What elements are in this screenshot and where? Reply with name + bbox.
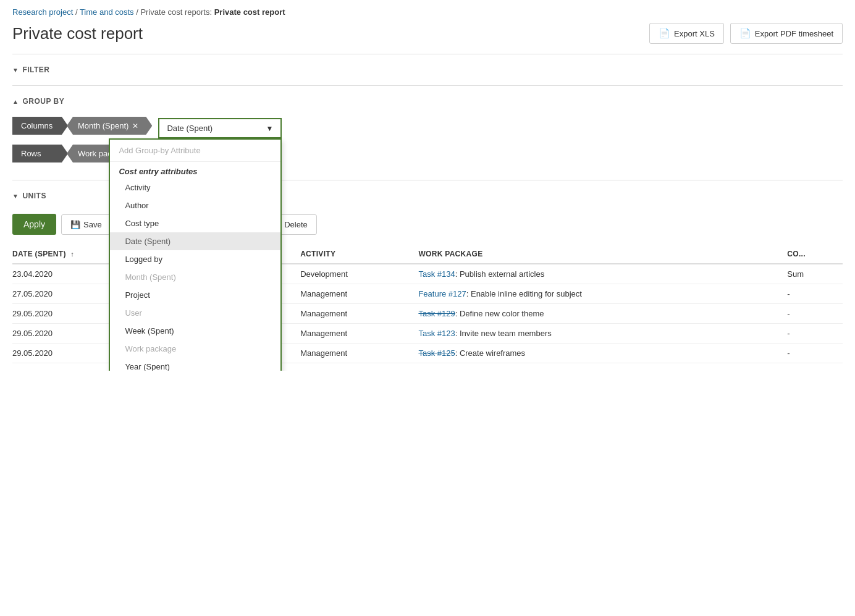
dropdown-add-attr-placeholder: Add Group-by Attribute: [110, 140, 280, 162]
dropdown-arrow-icon: ▼: [266, 124, 273, 133]
export-xls-label: Export XLS: [674, 29, 715, 38]
breadcrumb-section[interactable]: Time and costs: [80, 7, 134, 17]
wp-link-3[interactable]: Task #123: [418, 329, 455, 338]
dropdown-item-week-spent[interactable]: Week (Spent): [110, 322, 280, 340]
page-title-row: Private cost report 📄 Export XLS 📄 Expor…: [12, 23, 843, 44]
dropdown-item-user: User: [110, 304, 280, 322]
cell-wp-0: Task #134: Publish external articles: [418, 264, 787, 284]
wp-link-2[interactable]: Task #129: [418, 309, 455, 318]
cell-comments-0: Sum: [787, 264, 843, 284]
columns-label: Columns: [12, 117, 68, 135]
col-comments[interactable]: CO...: [787, 245, 843, 264]
cell-comments-3: -: [787, 324, 843, 344]
cell-wp-1: Feature #127: Enable inline editing for …: [418, 284, 787, 304]
cell-comments-2: -: [787, 304, 843, 324]
dropdown-item-work-package-dd: Work package: [110, 340, 280, 358]
cell-activity-4: Management: [300, 344, 418, 363]
filter-section-header[interactable]: ▼ FILTER: [12, 59, 843, 80]
dropdown-menu: Add Group-by Attribute Cost entry attrib…: [109, 138, 282, 371]
dropdown-item-logged-by[interactable]: Logged by: [110, 250, 280, 268]
dropdown-item-activity[interactable]: Activity: [110, 179, 280, 196]
month-spent-chip-label: Month (Spent): [78, 121, 128, 130]
save-label: Save: [83, 220, 102, 229]
dropdown-item-cost-type[interactable]: Cost type: [110, 214, 280, 232]
wp-link-0[interactable]: Task #134: [418, 269, 455, 279]
cell-wp-2: Task #129: Define new color theme: [418, 304, 787, 324]
page-wrapper: Research project / Time and costs / Priv…: [0, 0, 855, 371]
cell-comments-1: -: [787, 284, 843, 304]
groupby-label: GROUP BY: [22, 97, 64, 106]
delete-label: Delete: [284, 220, 308, 229]
apply-button[interactable]: Apply: [12, 214, 56, 235]
export-pdf-label: Export PDF timesheet: [755, 29, 833, 38]
breadcrumb: Research project / Time and costs / Priv…: [12, 7, 843, 17]
rows-label: Rows: [12, 145, 68, 162]
dropdown-item-date-spent[interactable]: Date (Spent): [110, 232, 280, 250]
cell-activity-0: Development: [300, 264, 418, 284]
cell-wp-3: Task #123: Invite new team members: [418, 324, 787, 344]
page-title: Private cost report: [12, 24, 143, 43]
cell-comments-4: -: [787, 344, 843, 363]
wp-link-4[interactable]: Task #125: [418, 348, 455, 358]
dropdown-item-month-spent: Month (Spent): [110, 268, 280, 286]
dropdown-item-year-spent[interactable]: Year (Spent): [110, 358, 280, 371]
cell-activity-2: Management: [300, 304, 418, 324]
columns-row: Columns Month (Spent) ✕ Date (Spent) ▼ A…: [12, 117, 843, 140]
dropdown-trigger-area: Date (Spent) ▼ Add Group-by Attribute Co…: [158, 118, 282, 138]
units-label: UNITS: [22, 192, 46, 200]
col-activity[interactable]: ACTIVITY: [300, 245, 418, 264]
breadcrumb-project[interactable]: Research project: [12, 7, 73, 17]
units-chevron-icon: ▼: [12, 193, 19, 200]
dropdown-item-author[interactable]: Author: [110, 196, 280, 214]
export-xls-button[interactable]: 📄 Export XLS: [649, 23, 724, 44]
save-button[interactable]: 💾 Save: [61, 214, 111, 235]
cell-activity-1: Management: [300, 284, 418, 304]
dropdown-selected-label: Date (Spent): [167, 124, 213, 133]
sort-icon-date: ↑: [70, 250, 74, 258]
groupby-area: Columns Month (Spent) ✕ Date (Spent) ▼ A…: [12, 112, 843, 175]
dropdown-section-cost-entry: Cost entry attributes: [110, 162, 280, 179]
divider-2: [12, 85, 843, 86]
divider-1: [12, 54, 843, 54]
groupby-chevron-icon: ▲: [12, 98, 19, 105]
month-spent-chip[interactable]: Month (Spent) ✕: [67, 117, 152, 135]
cell-activity-3: Management: [300, 324, 418, 344]
breadcrumb-page: Private cost reports:: [140, 7, 212, 17]
export-buttons: 📄 Export XLS 📄 Export PDF timesheet: [649, 23, 843, 44]
filter-label: FILTER: [22, 65, 49, 74]
export-pdf-button[interactable]: 📄 Export PDF timesheet: [730, 23, 843, 44]
cell-wp-4: Task #125: Create wireframes: [418, 344, 787, 363]
export-pdf-icon: 📄: [739, 28, 751, 39]
filter-chevron-icon: ▼: [12, 67, 19, 74]
dropdown-item-project[interactable]: Project: [110, 286, 280, 304]
breadcrumb-current: Private cost report: [214, 7, 285, 17]
dropdown-trigger[interactable]: Date (Spent) ▼: [158, 118, 282, 138]
col-work-package[interactable]: WORK PACKAGE: [418, 245, 787, 264]
month-spent-remove-icon[interactable]: ✕: [132, 122, 138, 130]
columns-groupby-row: Columns Month (Spent) ✕: [12, 117, 152, 135]
groupby-section-header[interactable]: ▲ GROUP BY: [12, 91, 843, 112]
export-xls-icon: 📄: [659, 28, 670, 39]
wp-link-1[interactable]: Feature #127: [418, 289, 466, 298]
save-icon: 💾: [70, 220, 80, 229]
